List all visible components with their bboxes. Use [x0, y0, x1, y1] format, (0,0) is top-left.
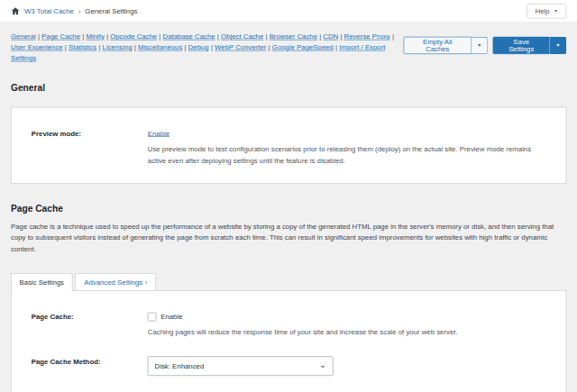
help-button-label: Help: [536, 7, 550, 15]
module-nav: General | Page Cache | Minify | Opcode C…: [11, 32, 404, 64]
viewport: W3 Total Cache › General Settings Help ▼…: [0, 0, 577, 392]
home-icon: [11, 6, 20, 15]
save-settings-button[interactable]: Save Settings: [493, 37, 550, 54]
page-cache-section-description: Page cache is a technique used to speed …: [11, 221, 566, 255]
help-button[interactable]: Help ▼: [527, 4, 567, 18]
breadcrumb-separator: ›: [78, 7, 81, 16]
nav-link-statistics[interactable]: Statistics: [69, 43, 96, 51]
breadcrumb-current-page: General Settings: [85, 7, 137, 15]
preview-mode-enable-link[interactable]: Enable: [148, 129, 169, 137]
preview-mode-row: Preview mode: Enable Use preview mode to…: [12, 128, 566, 166]
empty-all-caches-split-button: Empty All Caches ▼: [404, 37, 488, 54]
tab-basic-settings[interactable]: Basic Settings: [11, 273, 73, 291]
page-cache-enable-description: Caching pages will reduce the response t…: [148, 326, 458, 338]
preview-mode-label: Preview mode:: [12, 128, 148, 139]
nav-link-database-cache[interactable]: Database Cache: [163, 32, 215, 41]
page-cache-section-title: Page Cache: [11, 204, 566, 214]
settings-tabs: Basic Settings Advanced Settings›: [11, 273, 566, 290]
page-cache-enable-label: Page Cache:: [12, 312, 148, 323]
page-cache-enable-control: Enable Caching pages will reduce the res…: [148, 312, 458, 338]
page-cache-method-row: Page Cache Method: Disk: Enhanced ⌄: [12, 356, 566, 376]
chevron-down-icon: ▼: [555, 43, 560, 48]
nav-link-debug[interactable]: Debug: [188, 43, 209, 51]
breadcrumb-plugin-link[interactable]: W3 Total Cache: [24, 7, 74, 15]
nav-link-object-cache[interactable]: Object Cache: [221, 32, 263, 41]
nav-link-browser-cache[interactable]: Browser Cache: [270, 32, 317, 41]
tab-advanced-settings-label: Advanced Settings: [84, 278, 142, 286]
page-cache-method-label: Page Cache Method:: [12, 356, 148, 367]
general-section-title: General: [11, 83, 566, 94]
chevron-down-icon: ▼: [477, 43, 481, 48]
save-settings-dropdown-toggle[interactable]: ▼: [550, 37, 567, 54]
nav-link-minify[interactable]: Minify: [86, 32, 104, 41]
general-section-box: Preview mode: Enable Use preview mode to…: [11, 107, 566, 184]
empty-all-caches-button[interactable]: Empty All Caches: [404, 37, 472, 54]
page-cache-enable-checkbox-label[interactable]: Enable: [160, 312, 182, 323]
tab-basic-settings-label: Basic Settings: [20, 278, 64, 286]
page-cache-enable-checkbox[interactable]: [148, 313, 157, 322]
content-area: General | Page Cache | Minify | Opcode C…: [0, 23, 577, 392]
preview-mode-description: Use preview mode to test configuration s…: [148, 143, 551, 166]
nav-link-general[interactable]: General: [11, 32, 36, 41]
nav-separator: |: [390, 32, 394, 41]
page-cache-settings-box: Page Cache: Enable Caching pages will re…: [11, 290, 566, 392]
nav-link-reverse-proxy[interactable]: Reverse Proxy: [344, 32, 390, 41]
chevron-right-icon: ›: [145, 278, 148, 286]
nav-link-page-cache[interactable]: Page Cache: [41, 32, 80, 41]
breadcrumb: W3 Total Cache › General Settings: [11, 6, 137, 15]
toolbar: Empty All Caches ▼ Save Settings ▼: [404, 32, 567, 54]
chevron-down-icon: ▼: [554, 8, 558, 14]
save-settings-split-button: Save Settings ▼: [493, 37, 566, 54]
page-cache-enable-row: Page Cache: Enable Caching pages will re…: [12, 312, 566, 338]
page-cache-method-control: Disk: Enhanced ⌄: [148, 356, 334, 376]
nav-link-licensing[interactable]: Licensing: [103, 43, 133, 51]
nav-link-miscellaneous[interactable]: Miscellaneous: [138, 43, 182, 51]
preview-mode-control: Enable Use preview mode to test configur…: [148, 128, 551, 166]
nav-link-google-pagespeed[interactable]: Google PageSpeed: [272, 43, 334, 51]
nav-link-user-experience[interactable]: User Experience: [11, 43, 63, 51]
empty-all-caches-dropdown-toggle[interactable]: ▼: [472, 37, 488, 54]
page-cache-method-select[interactable]: Disk: Enhanced: [148, 356, 334, 376]
nav-link-opcode-cache[interactable]: Opcode Cache: [110, 32, 157, 41]
nav-link-cdn[interactable]: CDN: [323, 32, 338, 41]
top-row: General | Page Cache | Minify | Opcode C…: [11, 32, 566, 64]
tab-advanced-settings[interactable]: Advanced Settings›: [76, 273, 156, 291]
topbar: W3 Total Cache › General Settings Help ▼: [0, 0, 577, 23]
w3tc-general-settings-page: W3 Total Cache › General Settings Help ▼…: [0, 0, 577, 392]
nav-link-webp-converter[interactable]: WebP Converter: [215, 43, 266, 51]
